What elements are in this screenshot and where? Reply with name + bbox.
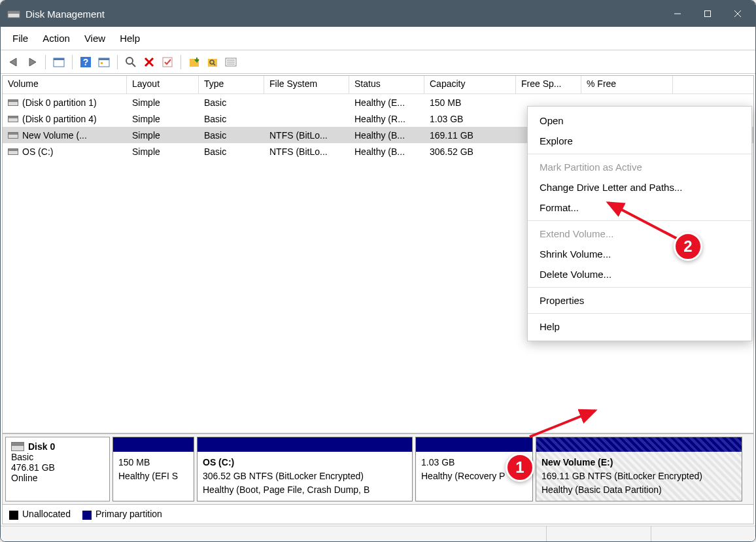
volume-icon (8, 148, 18, 155)
minimize-button[interactable] (662, 1, 693, 27)
status-bar (1, 526, 755, 541)
list-icon[interactable] (223, 54, 239, 70)
app-icon (7, 7, 20, 20)
cell (581, 101, 673, 104)
check-icon[interactable] (160, 54, 175, 70)
toolbar: ? (1, 50, 755, 74)
context-menu-item[interactable]: Explore (528, 131, 751, 151)
volume-icon (8, 116, 18, 122)
cell (264, 118, 349, 120)
back-button[interactable] (6, 54, 22, 70)
column-header[interactable]: Status (349, 76, 424, 93)
cell: Simple (127, 96, 199, 109)
annotation-arrow-1 (523, 404, 608, 443)
legend-primary-swatch (82, 511, 92, 520)
cell: Healthy (E... (349, 96, 424, 109)
cell: Basic (199, 112, 264, 126)
svg-line-26 (530, 411, 595, 437)
svg-rect-11 (99, 58, 109, 60)
disk-panel: Disk 0 Basic 476.81 GB Online 150 MBHeal… (2, 433, 754, 505)
cell (516, 101, 581, 104)
cell: Simple (127, 112, 199, 126)
menu-file[interactable]: File (6, 30, 35, 46)
settings-icon[interactable] (96, 54, 112, 70)
context-menu-item[interactable]: Change Drive Letter and Paths... (528, 177, 751, 197)
svg-line-27 (608, 203, 683, 242)
annotation-1: 1 (506, 453, 534, 482)
properties-icon[interactable] (51, 54, 67, 70)
cell: OS (C:) (3, 145, 127, 158)
svg-rect-17 (163, 58, 172, 67)
forward-button[interactable] (24, 54, 40, 70)
menu-view[interactable]: View (78, 30, 112, 46)
disk-status: Online (11, 473, 104, 483)
close-button[interactable] (723, 1, 753, 27)
svg-line-14 (132, 63, 135, 67)
column-header[interactable]: Layout (127, 76, 199, 93)
svg-text:?: ? (83, 57, 89, 67)
menu-help[interactable]: Help (113, 30, 146, 46)
cell: 1.03 GB (424, 112, 516, 126)
disk-info[interactable]: Disk 0 Basic 476.81 GB Online (5, 437, 110, 501)
partitions-wrap: 150 MBHealthy (EFI SOS (C:)306.52 GB NTF… (112, 437, 751, 501)
scan-icon[interactable] (123, 54, 139, 70)
disk-name: Disk 0 (28, 441, 55, 452)
disk-type: Basic (11, 452, 104, 462)
cell: New Volume (... (3, 129, 127, 142)
partition[interactable]: OS (C:)306.52 GB NTFS (BitLocker Encrypt… (197, 437, 413, 501)
legend-unallocated: Unallocated (22, 509, 71, 519)
cell: Simple (127, 129, 199, 142)
cell: NTFS (BitLo... (264, 145, 349, 158)
delete-icon[interactable] (141, 54, 157, 70)
context-menu-item[interactable]: Delete Volume... (528, 264, 751, 284)
disk-icon (11, 442, 24, 451)
cell: NTFS (BitLo... (264, 129, 349, 142)
menu-action[interactable]: Action (36, 30, 77, 46)
cell: Simple (127, 145, 199, 158)
window-title: Disk Management (26, 8, 662, 20)
cell: Basic (199, 145, 264, 158)
cell: 169.11 GB (424, 129, 516, 142)
partition[interactable]: New Volume (E:)169.11 GB NTFS (BitLocker… (536, 437, 742, 501)
create-icon[interactable] (186, 54, 202, 70)
cell: Healthy (R... (349, 112, 424, 126)
cell: (Disk 0 partition 4) (3, 112, 127, 126)
svg-rect-12 (101, 62, 103, 64)
context-menu-item[interactable]: Help (528, 316, 751, 337)
cell: 150 MB (424, 96, 516, 109)
legend: Unallocated Primary partition (2, 505, 754, 524)
column-header[interactable]: % Free (581, 76, 673, 93)
column-header[interactable]: Volume (3, 76, 127, 93)
cell (264, 101, 349, 104)
column-header[interactable]: Free Sp... (516, 76, 581, 93)
cell: Basic (199, 96, 264, 109)
disk-size: 476.81 GB (11, 462, 104, 473)
context-menu-item: Mark Partition as Active (528, 157, 751, 177)
svg-rect-1 (8, 11, 20, 14)
legend-primary: Primary partition (95, 509, 162, 519)
column-header[interactable]: Capacity (424, 76, 516, 93)
column-header[interactable]: File System (264, 76, 349, 93)
menubar: File Action View Help (1, 27, 755, 50)
cell: Basic (199, 129, 264, 142)
help-icon[interactable]: ? (78, 54, 94, 70)
cell: 306.52 GB (424, 145, 516, 158)
cell: Healthy (B... (349, 129, 424, 142)
table-header: VolumeLayoutTypeFile SystemStatusCapacit… (3, 76, 753, 94)
context-menu-item[interactable]: Properties (528, 290, 751, 311)
context-menu-item[interactable]: Open (528, 110, 751, 131)
annotation-2: 2 (674, 232, 702, 261)
svg-point-13 (126, 58, 133, 64)
partition[interactable]: 150 MBHealthy (EFI S (112, 437, 194, 501)
explore-icon[interactable] (205, 54, 220, 70)
cell: Healthy (B... (349, 145, 424, 158)
column-header[interactable]: Type (199, 76, 264, 93)
svg-rect-3 (705, 11, 711, 17)
cell: (Disk 0 partition 1) (3, 96, 127, 109)
svg-rect-7 (54, 58, 64, 60)
maximize-button[interactable] (693, 1, 723, 27)
titlebar: Disk Management (1, 1, 755, 27)
volume-icon (8, 132, 18, 139)
legend-unallocated-swatch (9, 511, 18, 520)
volume-icon (8, 99, 18, 106)
